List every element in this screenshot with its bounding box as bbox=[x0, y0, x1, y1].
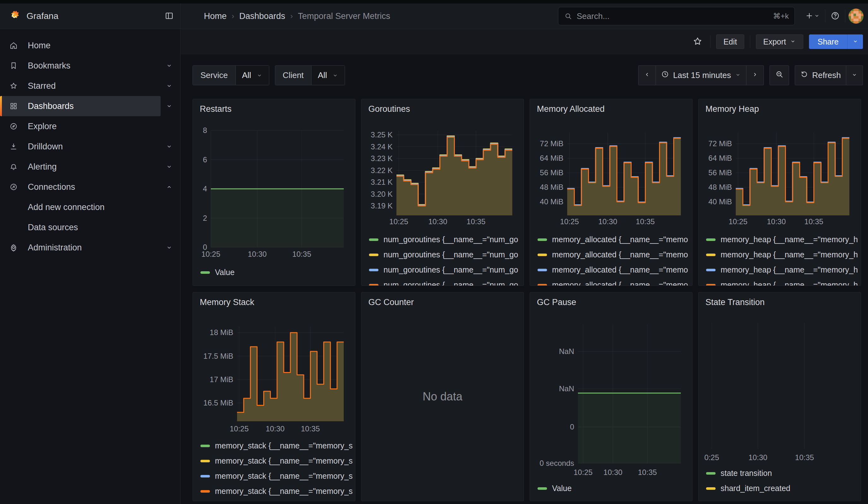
legend-item[interactable]: memory_allocated {__name__="memo bbox=[538, 265, 688, 275]
sidebar-item-label: Alerting bbox=[28, 162, 57, 172]
plus-icon bbox=[805, 11, 814, 21]
share-dropdown-button[interactable] bbox=[847, 34, 863, 49]
svg-text:10:35: 10:35 bbox=[301, 424, 320, 433]
legend-item[interactable]: num_goroutines {__name__="num_go bbox=[369, 265, 518, 275]
legend-item[interactable]: memory_allocated {__name__="memo bbox=[538, 249, 688, 260]
time-back-button[interactable] bbox=[638, 65, 656, 85]
chevron-down-icon[interactable] bbox=[164, 244, 175, 251]
time-forward-button[interactable] bbox=[746, 65, 764, 85]
sidebar-link[interactable]: Bookmarks bbox=[0, 55, 161, 76]
legend-item[interactable]: memory_stack {__name__="memory_s bbox=[200, 471, 353, 481]
sidebar-item-data-sources[interactable]: Data sources bbox=[0, 217, 180, 237]
share-button[interactable]: Share bbox=[809, 34, 847, 49]
search-input[interactable] bbox=[576, 11, 769, 21]
nav-brand-section: Grafana bbox=[0, 3, 180, 29]
panel-memory-allocated: Memory Allocated10:2510:3010:3572 MiB64 … bbox=[530, 99, 693, 286]
chevron-down-icon[interactable] bbox=[164, 143, 175, 150]
help-button[interactable] bbox=[828, 9, 842, 23]
export-button[interactable]: Export bbox=[756, 34, 803, 49]
sidebar-link[interactable]: Connections bbox=[0, 177, 161, 197]
legend-item[interactable]: Value bbox=[538, 483, 572, 494]
zoom-out-button[interactable] bbox=[769, 65, 789, 85]
nav-actions bbox=[795, 9, 868, 24]
breadcrumb-current: Temporal Server Metrics bbox=[298, 11, 391, 21]
chevron-down-icon[interactable] bbox=[164, 62, 175, 70]
legend-item[interactable]: memory_allocated {__name__="memo bbox=[538, 280, 688, 286]
breadcrumb-home[interactable]: Home bbox=[204, 11, 227, 21]
legend-item[interactable]: shard_item_created bbox=[706, 483, 790, 494]
sidebar-link[interactable]: Administration bbox=[0, 237, 161, 258]
legend-series-label: num_goroutines {__name__="num_go bbox=[383, 265, 518, 275]
bell-icon bbox=[9, 163, 18, 171]
legend-item[interactable]: memory_allocated {__name__="memo bbox=[538, 234, 688, 245]
sidebar-item-dashboards[interactable]: Dashboards bbox=[0, 96, 180, 116]
sidebar-item-alerting[interactable]: Alerting bbox=[0, 157, 180, 177]
sidebar-item-drilldown[interactable]: Drilldown bbox=[0, 136, 180, 157]
legend-item[interactable]: state transition bbox=[706, 468, 790, 479]
sidebar-item-starred[interactable]: Starred bbox=[0, 76, 180, 96]
legend-series-label: Value bbox=[215, 268, 235, 277]
legend-item[interactable]: memory_stack {__name__="memory_s bbox=[200, 456, 353, 466]
legend-item[interactable]: num_goroutines {__name__="num_go bbox=[369, 234, 518, 245]
sidebar-link[interactable]: Home bbox=[0, 35, 161, 55]
star-dashboard-button[interactable] bbox=[691, 34, 704, 49]
no-data-message: No data bbox=[361, 292, 524, 501]
client-filter-value[interactable]: All bbox=[311, 66, 345, 85]
sidebar-link[interactable]: Add new connection bbox=[0, 197, 161, 217]
user-avatar[interactable] bbox=[848, 9, 864, 24]
chevron-down-icon[interactable] bbox=[164, 163, 175, 171]
svg-text:10:30: 10:30 bbox=[767, 217, 786, 226]
sidebar-link[interactable]: Alerting bbox=[0, 157, 161, 177]
svg-text:72 MiB: 72 MiB bbox=[708, 139, 732, 148]
legend-item[interactable]: num_goroutines {__name__="num_go bbox=[369, 249, 518, 260]
legend-item[interactable]: memory_heap {__name__="memory_h bbox=[706, 280, 858, 286]
chevron-left-icon bbox=[643, 70, 651, 80]
panel-gc-pause: GC Pause10:2510:3010:35NaNNaN00 secondsV… bbox=[530, 292, 693, 501]
chevron-up-icon[interactable] bbox=[164, 183, 175, 191]
legend-series-marker bbox=[369, 238, 379, 241]
refresh-interval-button[interactable] bbox=[846, 65, 863, 85]
sidebar-item-administration[interactable]: Administration bbox=[0, 237, 180, 258]
legend-item[interactable]: memory_stack {__name__="memory_s bbox=[200, 441, 353, 451]
legend-series-label: memory_stack {__name__="memory_s bbox=[215, 487, 353, 496]
sidebar-item-bookmarks[interactable]: Bookmarks bbox=[0, 55, 180, 76]
sidebar-toggle-button[interactable] bbox=[163, 9, 176, 23]
sidebar-item-home[interactable]: Home bbox=[0, 35, 180, 55]
legend-item[interactable]: memory_stack {__name__="memory_s bbox=[200, 486, 353, 496]
service-filter-value[interactable]: All bbox=[236, 66, 269, 85]
breadcrumb-separator: › bbox=[232, 12, 234, 21]
sidebar-item-explore[interactable]: Explore bbox=[0, 116, 180, 136]
legend-series-marker bbox=[706, 472, 715, 475]
legend-item[interactable]: memory_heap {__name__="memory_h bbox=[706, 265, 858, 275]
refresh-button[interactable]: Refresh bbox=[795, 65, 846, 85]
sidebar-link[interactable]: Explore bbox=[0, 116, 161, 136]
sidebar-link[interactable]: Dashboards bbox=[0, 96, 161, 116]
svg-text:10:30: 10:30 bbox=[598, 217, 617, 226]
legend-series-label: num_goroutines {__name__="num_go bbox=[383, 250, 518, 259]
time-controls: Last 15 minutes Refresh bbox=[638, 65, 863, 85]
search-shortcut: ⌘+k bbox=[773, 12, 789, 21]
time-range-picker[interactable]: Last 15 minutes bbox=[656, 65, 746, 85]
add-button[interactable] bbox=[803, 10, 822, 23]
sidebar-item-add-new-connection[interactable]: Add new connection bbox=[0, 197, 180, 217]
svg-text:0: 0 bbox=[203, 243, 207, 251]
chevron-down-icon[interactable] bbox=[164, 102, 175, 110]
search-box[interactable]: ⌘+k bbox=[558, 7, 795, 25]
sidebar-link[interactable]: Starred bbox=[0, 76, 161, 96]
breadcrumb-separator: › bbox=[290, 12, 293, 21]
breadcrumb-dashboards[interactable]: Dashboards bbox=[239, 11, 285, 21]
sidebar-link[interactable]: Data sources bbox=[0, 217, 161, 237]
sidebar-item-connections[interactable]: Connections bbox=[0, 177, 180, 197]
sidebar-link[interactable]: Drilldown bbox=[0, 136, 161, 157]
edit-button[interactable]: Edit bbox=[716, 34, 744, 49]
legend-series-label: memory_heap {__name__="memory_h bbox=[721, 280, 858, 286]
help-icon bbox=[830, 11, 840, 21]
svg-text:NaN: NaN bbox=[559, 384, 574, 393]
legend-item[interactable]: Value bbox=[200, 267, 235, 278]
drilldown-icon bbox=[9, 142, 18, 151]
legend-item[interactable]: num_goroutines {__name__="num_go bbox=[369, 280, 518, 286]
legend-item[interactable]: memory_heap {__name__="memory_h bbox=[706, 249, 858, 260]
brand-title[interactable]: Grafana bbox=[27, 11, 59, 21]
legend-item[interactable]: memory_heap {__name__="memory_h bbox=[706, 234, 858, 245]
chevron-down-icon[interactable] bbox=[164, 82, 175, 90]
